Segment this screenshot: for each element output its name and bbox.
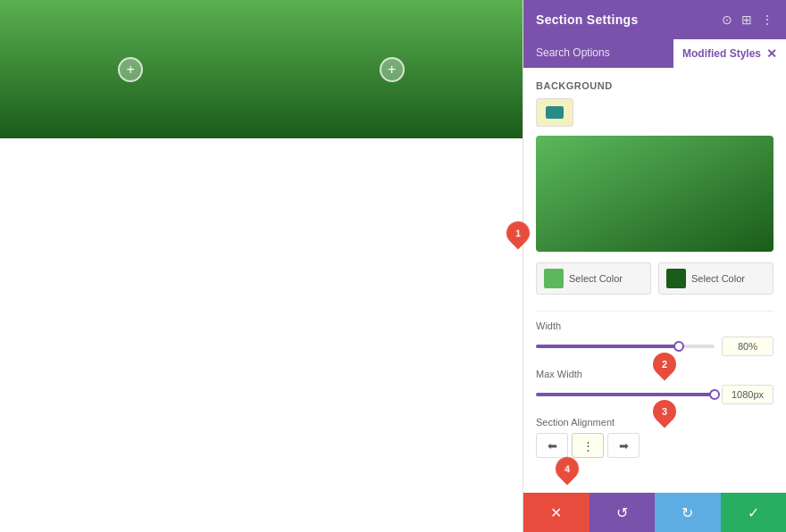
add-section-left-button[interactable]: + — [118, 57, 143, 82]
panel-header-icons: ⊙ ⊞ ⋮ — [722, 12, 773, 27]
panel-tabs: Search Options Modified Styles ✕ — [523, 39, 786, 68]
width-slider-track[interactable] — [536, 345, 715, 348]
max-width-slider-thumb[interactable] — [709, 389, 720, 400]
tab-modified-label: Modified Styles — [682, 47, 761, 60]
panel-body: Background Select Color Select Color Wid… — [523, 68, 786, 493]
width-slider-thumb[interactable] — [673, 341, 684, 352]
max-width-slider-fill — [536, 393, 715, 396]
align-row: ⬅ ⋮ ➡ — [536, 433, 773, 458]
tab-modified[interactable]: Modified Styles ✕ — [673, 39, 786, 68]
max-width-slider-track[interactable] — [536, 393, 715, 396]
max-width-slider-row — [536, 385, 773, 404]
color-select-btn-1[interactable]: Select Color — [536, 262, 651, 295]
settings-panel: Section Settings ⊙ ⊞ ⋮ Search Options Mo… — [523, 0, 786, 532]
max-width-field-row: Max Width — [536, 369, 773, 404]
confirm-button[interactable]: ✓ — [721, 493, 787, 532]
more-icon[interactable]: ⋮ — [761, 12, 773, 27]
panel-footer: ✕ ↺ ↻ ✓ — [523, 493, 786, 532]
undo-button[interactable]: ↺ — [590, 493, 656, 532]
settings-icon[interactable]: ⊙ — [722, 12, 732, 27]
align-left-button[interactable]: ⬅ — [536, 433, 568, 458]
color-select-label-1: Select Color — [569, 273, 623, 284]
tab-close-icon[interactable]: ✕ — [766, 46, 777, 61]
add-section-right-button[interactable]: + — [380, 57, 405, 82]
panel-header: Section Settings ⊙ ⊞ ⋮ — [523, 0, 786, 39]
redo-button[interactable]: ↻ — [655, 493, 721, 532]
width-input[interactable] — [722, 337, 773, 356]
width-label: Width — [536, 320, 773, 331]
align-center-button[interactable]: ⋮ — [572, 433, 604, 458]
section-alignment-field-row: Section Alignment ⬅ ⋮ ➡ — [536, 417, 773, 458]
background-label: Background — [536, 80, 773, 91]
cancel-button[interactable]: ✕ — [523, 493, 590, 532]
width-field-row: Width — [536, 320, 773, 356]
width-slider-row — [536, 337, 773, 356]
gradient-preview — [536, 136, 773, 252]
max-width-input[interactable] — [722, 385, 773, 404]
color-swatch-dark-icon — [666, 269, 686, 288]
swatch-inner-icon — [546, 106, 564, 119]
color-select-btn-2[interactable]: Select Color — [658, 262, 773, 295]
color-select-row: Select Color Select Color — [536, 262, 773, 295]
canvas-green-section: + + — [0, 0, 523, 138]
width-slider-fill — [536, 345, 679, 348]
color-swatch-light-icon — [544, 269, 564, 288]
columns-icon[interactable]: ⊞ — [741, 12, 752, 27]
color-select-label-2: Select Color — [691, 273, 745, 284]
panel-title: Section Settings — [536, 12, 638, 27]
align-right-button[interactable]: ➡ — [607, 433, 640, 458]
canvas-area: + + — [0, 0, 523, 532]
background-swatch[interactable] — [536, 98, 573, 127]
divider-1 — [536, 311, 773, 312]
tab-search[interactable]: Search Options — [523, 39, 673, 68]
